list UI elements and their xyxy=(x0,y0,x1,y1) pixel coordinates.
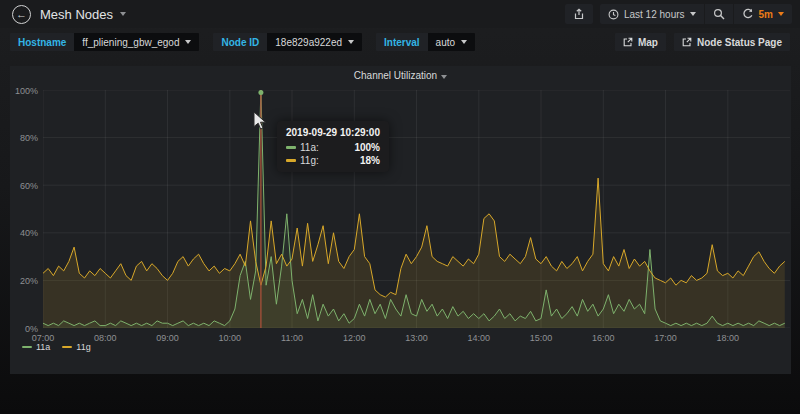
chevron-down-icon xyxy=(778,12,784,16)
dashboard-title: Mesh Nodes xyxy=(40,7,113,22)
x-axis-tick: 08:00 xyxy=(89,333,121,343)
map-link-label: Map xyxy=(638,37,658,48)
variable-nodeid-value-dropdown[interactable]: 18e829a922ed xyxy=(267,33,362,51)
x-axis-tick: 14:00 xyxy=(463,333,495,343)
time-controls: Last 12 hours 5m xyxy=(600,4,792,24)
channel-utilization-panel: Channel Utilization 0%20%40%60%80%100%07… xyxy=(10,66,791,374)
chevron-down-icon xyxy=(120,12,126,16)
chart-plot-area[interactable] xyxy=(43,90,790,328)
y-axis-tick: 40% xyxy=(12,228,38,238)
y-axis-tick: 0% xyxy=(12,324,38,334)
variable-interval-label: Interval xyxy=(376,33,428,51)
time-range-label: Last 12 hours xyxy=(624,9,685,20)
share-button[interactable] xyxy=(565,4,593,24)
tooltip-row-11a: 11a: 100% xyxy=(286,142,380,153)
external-link-icon xyxy=(623,37,633,47)
series-swatch-11g xyxy=(286,159,296,162)
node-status-page-label: Node Status Page xyxy=(697,37,782,48)
chart-legend: 11a 11g xyxy=(22,342,91,352)
chevron-down-icon xyxy=(441,75,447,79)
legend-item-11g[interactable]: 11g xyxy=(62,342,90,352)
x-axis-tick: 15:00 xyxy=(525,333,557,343)
navbar: ← Mesh Nodes Last 12 hours xyxy=(0,0,800,28)
x-axis-tick: 09:00 xyxy=(152,333,184,343)
variable-nodeid-value: 18e829a922ed xyxy=(275,37,342,48)
x-axis-tick: 16:00 xyxy=(587,333,619,343)
x-axis-tick: 18:00 xyxy=(712,333,744,343)
chart-svg xyxy=(43,90,790,328)
variable-hostname-value: ff_pliening_gbw_egod xyxy=(82,37,179,48)
map-link[interactable]: Map xyxy=(615,33,666,51)
series-swatch-11a xyxy=(286,146,296,149)
x-axis-tick: 10:00 xyxy=(214,333,246,343)
zoom-out-icon xyxy=(713,8,725,20)
grafana-dashboard: { "navbar": { "title": "Mesh Nodes", "ti… xyxy=(0,0,800,414)
variable-hostname: Hostname ff_pliening_gbw_egod xyxy=(10,33,199,51)
legend-item-11a[interactable]: 11a xyxy=(22,342,50,352)
chevron-down-icon xyxy=(461,40,467,44)
variable-nodeid-label: Node ID xyxy=(213,33,267,51)
tooltip-series-11a: 11a: xyxy=(300,142,319,153)
y-axis-tick: 60% xyxy=(12,181,38,191)
clock-icon xyxy=(608,9,619,20)
time-range-picker[interactable]: Last 12 hours xyxy=(600,4,704,24)
panel-title-dropdown[interactable]: Channel Utilization xyxy=(10,70,791,81)
tooltip-series-11g: 11g: xyxy=(300,155,319,166)
x-axis-tick: 17:00 xyxy=(650,333,682,343)
share-icon xyxy=(573,8,585,20)
variable-hostname-label: Hostname xyxy=(10,33,74,51)
y-axis-tick: 20% xyxy=(12,276,38,286)
legend-swatch-11a xyxy=(22,346,32,349)
variable-interval-value: auto xyxy=(436,37,455,48)
external-link-icon xyxy=(682,37,692,47)
panel-title: Channel Utilization xyxy=(354,70,437,81)
tooltip-value-11a: 100% xyxy=(338,142,380,153)
chevron-down-icon xyxy=(348,40,354,44)
y-axis-tick: 80% xyxy=(12,133,38,143)
chevron-down-icon xyxy=(185,40,191,44)
dashboard-title-dropdown[interactable]: Mesh Nodes xyxy=(40,7,126,22)
variable-nodeid: Node ID 18e829a922ed xyxy=(213,33,362,51)
x-axis-tick: 13:00 xyxy=(401,333,433,343)
legend-label-11g: 11g xyxy=(76,342,90,352)
chart-tooltip: 2019-09-29 10:29:00 11a: 100% 11g: 18% xyxy=(277,121,389,172)
x-axis-tick: 12:00 xyxy=(338,333,370,343)
navbar-actions: Last 12 hours 5m xyxy=(565,4,792,24)
refresh-interval-label[interactable]: 5m xyxy=(759,9,773,20)
submenu-row: Hostname ff_pliening_gbw_egod Node ID 18… xyxy=(10,33,790,51)
tooltip-timestamp: 2019-09-29 10:29:00 xyxy=(286,127,380,138)
tooltip-row-11g: 11g: 18% xyxy=(286,155,380,166)
back-button[interactable]: ← xyxy=(12,5,31,24)
x-axis-tick: 11:00 xyxy=(276,333,308,343)
legend-label-11a: 11a xyxy=(36,342,50,352)
back-arrow-icon: ← xyxy=(16,9,27,20)
zoom-out-button[interactable] xyxy=(705,4,733,24)
chevron-down-icon xyxy=(690,12,696,16)
y-axis-tick: 100% xyxy=(12,86,38,96)
legend-swatch-11g xyxy=(62,346,72,349)
variable-interval-value-dropdown[interactable]: auto xyxy=(428,33,475,51)
refresh-button[interactable]: 5m xyxy=(734,4,792,24)
variable-interval: Interval auto xyxy=(376,33,475,51)
tooltip-value-11g: 18% xyxy=(344,155,380,166)
node-status-page-link[interactable]: Node Status Page xyxy=(674,33,790,51)
variable-hostname-value-dropdown[interactable]: ff_pliening_gbw_egod xyxy=(74,33,199,51)
dashboard-links: Map Node Status Page xyxy=(615,33,790,51)
refresh-icon xyxy=(742,8,754,20)
